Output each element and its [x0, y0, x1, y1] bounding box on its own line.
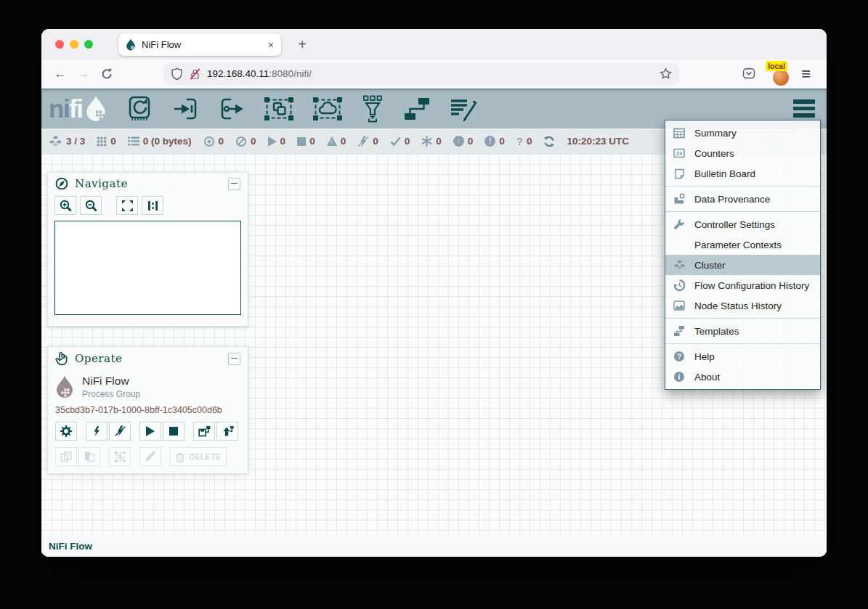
navigate-panel: Navigate	[47, 172, 248, 327]
bookmark-star-icon[interactable]	[660, 68, 672, 80]
status-value: 0	[110, 136, 116, 147]
tab-favicon-nifi-drop-icon	[126, 38, 136, 51]
not-transmitting-icon	[235, 136, 247, 147]
menu-item-summary[interactable]: Summary	[665, 123, 820, 143]
menu-item-cluster[interactable]: Cluster	[665, 255, 820, 275]
status-clustered-nodes: 3 / 3	[49, 136, 85, 147]
operate-panel-title: Operate	[75, 352, 222, 365]
minimize-window-button[interactable]	[70, 40, 78, 49]
check-icon	[390, 136, 401, 146]
zoom-in-button[interactable]	[54, 196, 76, 215]
drag-remote-process-group-icon[interactable]	[312, 97, 343, 121]
help-icon: ?	[673, 351, 686, 361]
group-selection-button	[109, 447, 131, 466]
process-group-drop-icon	[55, 375, 74, 398]
menu-item-node-status-history[interactable]: Node Status History	[665, 295, 820, 316]
data-provenance-icon	[673, 193, 686, 205]
logo-text-ni: ni	[49, 94, 69, 123]
navigate-panel-title: Navigate	[75, 177, 222, 190]
upload-template-button[interactable]	[216, 422, 238, 441]
stop-button[interactable]	[163, 422, 184, 441]
drag-funnel-icon[interactable]	[361, 95, 384, 123]
menu-item-bulletin-board[interactable]: Bulletin Board	[665, 163, 820, 184]
stopped-square-icon	[297, 137, 306, 146]
firefox-menu-icon[interactable]: ≡	[801, 65, 811, 83]
drag-label-icon[interactable]	[450, 95, 479, 123]
refresh-icon[interactable]	[543, 136, 555, 147]
status-value: 0	[373, 136, 378, 147]
pocket-icon[interactable]	[737, 63, 760, 85]
create-template-button[interactable]	[193, 422, 215, 441]
drag-process-group-icon[interactable]	[264, 97, 294, 121]
paste-button	[78, 447, 100, 466]
last-refreshed-clock: 10:20:23 UTC	[567, 136, 629, 147]
drag-processor-icon[interactable]	[125, 96, 154, 122]
back-button[interactable]: ←	[49, 63, 72, 85]
status-value: 0	[309, 136, 315, 147]
zoom-out-button[interactable]	[80, 196, 102, 215]
exclamation-circle-icon: !	[484, 136, 495, 147]
menu-item-templates[interactable]: Templates	[665, 321, 820, 341]
start-button[interactable]	[139, 422, 161, 441]
drag-template-icon[interactable]	[402, 97, 431, 121]
zoom-actual-size-button[interactable]	[142, 196, 163, 215]
window-controls	[41, 40, 93, 49]
operate-panel: Operate NiFi Flow Process Group 35cbd3b7…	[47, 346, 248, 474]
url-bar[interactable]: 192.168.40.11:8080/nifi/	[163, 63, 679, 85]
drag-output-port-icon[interactable]	[218, 97, 246, 121]
menu-item-controller-settings[interactable]: Controller Settings	[665, 214, 820, 234]
insecure-lock-icon[interactable]	[189, 68, 201, 81]
menu-separator	[665, 186, 820, 187]
status-value: 3 / 3	[66, 136, 85, 147]
new-tab-button[interactable]: +	[290, 32, 315, 57]
nifi-global-menu-button[interactable]	[793, 99, 815, 118]
cluster-cubes-icon	[673, 260, 686, 270]
menu-item-about[interactable]: i About	[665, 367, 820, 387]
forward-button: →	[72, 63, 95, 85]
browser-tab[interactable]: NiFi Flow ×	[118, 33, 281, 56]
status-locally-modified: 0	[421, 136, 442, 147]
history-icon	[673, 279, 686, 291]
disable-button[interactable]	[109, 422, 131, 441]
browser-navbar: ← → 192.168.40.11:8080/nifi/ local ≡	[41, 60, 827, 89]
breadcrumb[interactable]: NiFi Flow	[41, 535, 827, 557]
svg-text:23: 23	[676, 150, 682, 157]
zoom-window-button[interactable]	[84, 40, 93, 49]
threads-grid-icon	[97, 136, 107, 147]
breadcrumb-root[interactable]: NiFi Flow	[49, 541, 92, 552]
status-not-transmitting: 0	[235, 136, 256, 147]
collapse-navigate-button[interactable]	[228, 178, 240, 190]
menu-item-parameter-contexts[interactable]: Parameter Contexts	[665, 234, 820, 255]
menu-item-help[interactable]: ? Help	[665, 346, 820, 367]
close-window-button[interactable]	[55, 40, 64, 49]
disabled-bolt-slash-icon	[357, 136, 369, 147]
status-value: 0	[527, 136, 532, 147]
drag-input-port-icon[interactable]	[172, 97, 200, 121]
menu-item-flow-configuration-history[interactable]: Flow Configuration History	[665, 275, 820, 295]
collapse-operate-button[interactable]	[228, 353, 240, 365]
status-value: 0	[280, 136, 286, 147]
configure-button[interactable]	[55, 422, 77, 441]
birdseye-minimap[interactable]	[54, 221, 241, 315]
menu-separator	[665, 318, 820, 319]
menu-item-data-provenance[interactable]: Data Provenance	[665, 189, 820, 209]
cluster-icon	[49, 136, 62, 147]
url-path: :8080/nifi/	[269, 68, 312, 79]
status-value: 0	[499, 136, 505, 147]
tab-close-icon[interactable]: ×	[268, 39, 274, 51]
tab-title: NiFi Flow	[142, 39, 262, 50]
status-value: 0	[219, 136, 224, 147]
enable-button[interactable]	[86, 422, 108, 441]
reload-button[interactable]	[95, 63, 118, 85]
status-up-to-date: 0	[390, 136, 410, 147]
profile-avatar[interactable]: local	[771, 62, 791, 86]
status-sync-failure: ? 0	[516, 135, 532, 147]
question-icon: ?	[516, 135, 523, 147]
shield-icon[interactable]	[171, 68, 183, 81]
status-locally-modified-stale: ! 0	[484, 136, 505, 147]
zoom-fit-button[interactable]	[116, 196, 138, 215]
menu-item-counters[interactable]: 23 Counters	[665, 143, 820, 163]
asterisk-icon	[421, 136, 432, 147]
url-text[interactable]: 192.168.40.11:8080/nifi/	[207, 68, 312, 79]
logo-text-fi: fi	[69, 94, 82, 123]
